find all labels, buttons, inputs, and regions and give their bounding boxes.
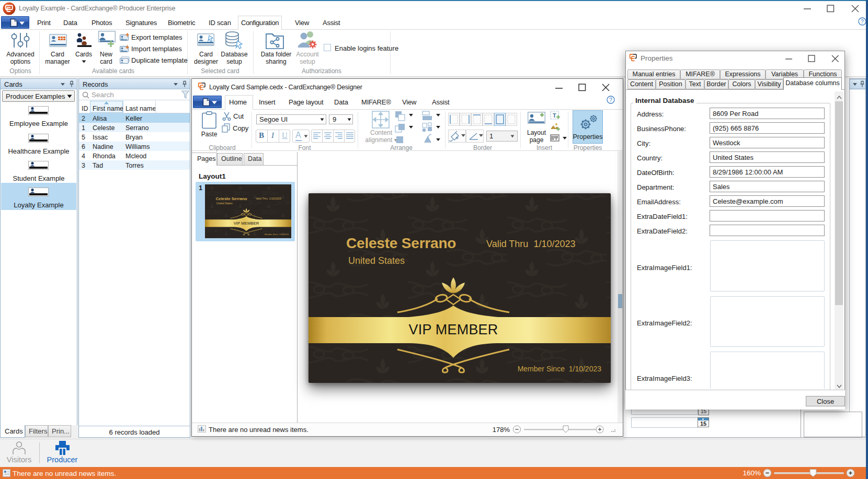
svg-text:T: T bbox=[553, 112, 556, 119]
svg-text:?: ? bbox=[861, 18, 864, 25]
svg-text:?: ? bbox=[609, 97, 612, 103]
